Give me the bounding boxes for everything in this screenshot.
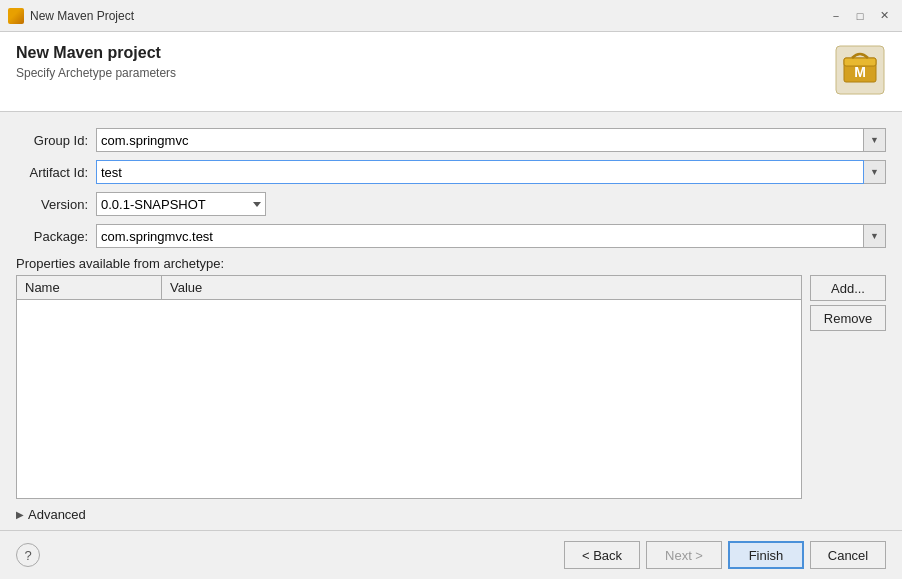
title-bar-text: New Maven Project [30, 9, 820, 23]
artifact-id-dropdown-arrow[interactable]: ▼ [864, 160, 886, 184]
package-row: Package: ▼ [16, 224, 886, 248]
artifact-id-field-wrap: ▼ [96, 160, 886, 184]
version-row: Version: 0.0.1-SNAPSHOT 1.0-SNAPSHOT 1.0… [16, 192, 886, 216]
dialog-header: New Maven project Specify Archetype para… [0, 32, 902, 112]
package-label: Package: [16, 229, 96, 244]
dialog-title: New Maven project [16, 44, 176, 62]
svg-text:M: M [854, 64, 866, 80]
footer-left: ? [16, 543, 40, 567]
package-dropdown-arrow[interactable]: ▼ [864, 224, 886, 248]
maven-icon [8, 8, 24, 24]
artifact-id-input[interactable] [96, 160, 864, 184]
advanced-arrow-icon: ▶ [16, 509, 24, 520]
prop-col-name-header: Name [17, 276, 162, 299]
group-id-label: Group Id: [16, 133, 96, 148]
version-label: Version: [16, 197, 96, 212]
prop-buttons: Add... Remove [810, 275, 886, 499]
help-button[interactable]: ? [16, 543, 40, 567]
group-id-row: Group Id: ▼ [16, 128, 886, 152]
dialog: New Maven project Specify Archetype para… [0, 32, 902, 579]
close-button[interactable]: ✕ [874, 6, 894, 26]
package-field-wrap: ▼ [96, 224, 886, 248]
properties-label: Properties available from archetype: [16, 256, 886, 271]
prop-table-header: Name Value [17, 276, 801, 300]
prop-table-body[interactable] [17, 300, 801, 498]
advanced-section[interactable]: ▶ Advanced [16, 507, 886, 522]
remove-button[interactable]: Remove [810, 305, 886, 331]
advanced-label: Advanced [28, 507, 86, 522]
maven-logo: M [834, 44, 886, 96]
group-id-field-wrap: ▼ [96, 128, 886, 152]
group-id-input[interactable] [96, 128, 864, 152]
next-button[interactable]: Next > [646, 541, 722, 569]
properties-area: Name Value Add... Remove [16, 275, 886, 499]
title-bar: New Maven Project − □ ✕ [0, 0, 902, 32]
dialog-subtitle: Specify Archetype parameters [16, 66, 176, 80]
dialog-body: Group Id: ▼ Artifact Id: ▼ Version: 0.0.… [0, 112, 902, 530]
prop-col-value-header: Value [162, 276, 801, 299]
back-button[interactable]: < Back [564, 541, 640, 569]
package-input[interactable] [96, 224, 864, 248]
group-id-dropdown-arrow[interactable]: ▼ [864, 128, 886, 152]
version-select[interactable]: 0.0.1-SNAPSHOT 1.0-SNAPSHOT 1.0.0 [96, 192, 266, 216]
maximize-button[interactable]: □ [850, 6, 870, 26]
artifact-id-row: Artifact Id: ▼ [16, 160, 886, 184]
finish-button[interactable]: Finish [728, 541, 804, 569]
add-button[interactable]: Add... [810, 275, 886, 301]
footer-buttons: < Back Next > Finish Cancel [564, 541, 886, 569]
cancel-button[interactable]: Cancel [810, 541, 886, 569]
minimize-button[interactable]: − [826, 6, 846, 26]
artifact-id-label: Artifact Id: [16, 165, 96, 180]
dialog-header-text: New Maven project Specify Archetype para… [16, 44, 176, 80]
title-bar-controls: − □ ✕ [826, 6, 894, 26]
properties-table: Name Value [16, 275, 802, 499]
dialog-footer: ? < Back Next > Finish Cancel [0, 530, 902, 579]
